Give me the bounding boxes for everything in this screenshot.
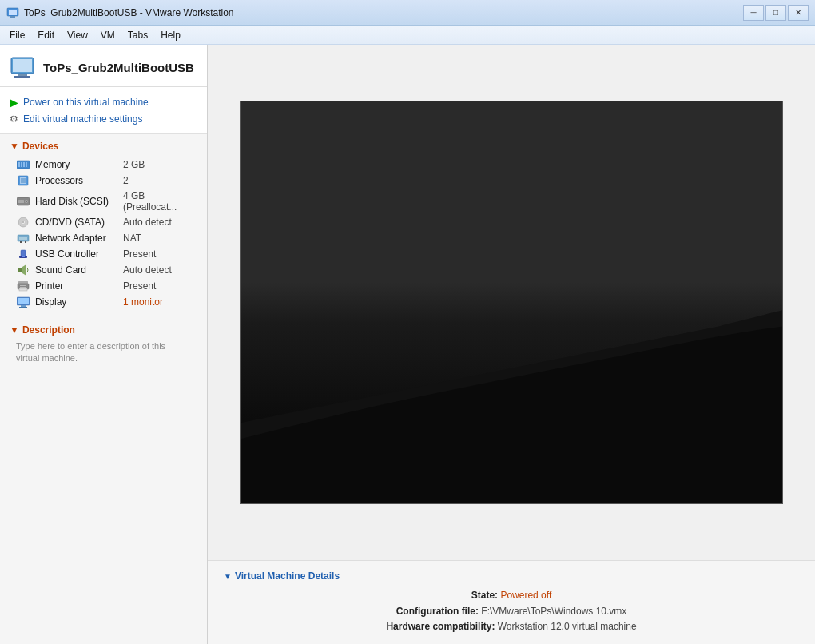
edit-settings-link[interactable]: ⚙ Edit virtual machine settings xyxy=(10,111,197,127)
network-adapter-icon xyxy=(16,232,30,244)
svg-rect-10 xyxy=(21,162,22,167)
title-bar: ToPs_Grub2MultiBootUSB - VMware Workstat… xyxy=(0,0,815,26)
vm-screen xyxy=(240,101,783,504)
menu-view[interactable]: View xyxy=(61,26,94,44)
title-bar-left: ToPs_Grub2MultiBootUSB - VMware Workstat… xyxy=(6,6,234,19)
settings-icon: ⚙ xyxy=(10,113,18,125)
power-on-label: Power on this virtual machine xyxy=(23,97,149,108)
printer-value: Present xyxy=(123,280,156,292)
printer-icon xyxy=(16,280,30,292)
svg-rect-19 xyxy=(18,200,24,203)
device-hard-disk[interactable]: Hard Disk (SCSI) 4 GB (Preallocat... xyxy=(0,189,207,214)
close-button[interactable]: ✕ xyxy=(788,5,809,21)
svg-rect-9 xyxy=(18,162,20,167)
menu-bar: File Edit View VM Tabs Help xyxy=(0,26,815,45)
device-cd-dvd[interactable]: CD/DVD (SATA) Auto detect xyxy=(0,214,207,230)
printer-name: Printer xyxy=(35,280,123,292)
vm-details-state-row: State: Powered off xyxy=(224,588,799,603)
sound-card-icon xyxy=(16,264,30,276)
description-toggle-icon: ▼ xyxy=(10,324,19,336)
processors-name: Processors xyxy=(35,175,123,186)
description-header[interactable]: ▼ Description xyxy=(10,318,197,337)
window-title: ToPs_Grub2MultiBootUSB - VMware Workstat… xyxy=(24,7,234,18)
svg-rect-36 xyxy=(19,288,27,291)
vm-details-toggle: ▼ xyxy=(224,572,232,581)
svg-rect-30 xyxy=(18,268,22,272)
svg-marker-31 xyxy=(22,264,26,276)
hard-disk-icon xyxy=(16,195,30,208)
state-value: Powered off xyxy=(500,590,551,601)
menu-vm[interactable]: VM xyxy=(94,26,121,44)
usb-controller-name: USB Controller xyxy=(35,248,123,260)
devices-toggle-icon: ▼ xyxy=(10,141,19,152)
edit-settings-label: Edit virtual machine settings xyxy=(23,113,142,125)
svg-rect-1 xyxy=(9,10,17,15)
config-label: Configuration file: xyxy=(396,606,479,617)
description-label: Description xyxy=(22,324,75,336)
hard-disk-value: 4 GB (Preallocat... xyxy=(123,190,194,213)
svg-rect-35 xyxy=(20,287,26,288)
svg-rect-26 xyxy=(25,241,26,243)
memory-value: 2 GB xyxy=(123,159,145,170)
svg-rect-15 xyxy=(21,178,26,183)
svg-rect-29 xyxy=(22,256,25,257)
svg-rect-25 xyxy=(20,241,22,243)
devices-section-header[interactable]: ▼ Devices xyxy=(0,134,207,155)
description-section: ▼ Description Type here to enter a descr… xyxy=(0,312,207,375)
device-processors[interactable]: Processors 2 xyxy=(0,173,207,189)
svg-rect-3 xyxy=(9,18,17,18)
device-sound-card[interactable]: Sound Card Auto detect xyxy=(0,262,207,278)
power-on-link[interactable]: ▶ Power on this virtual machine xyxy=(10,93,197,111)
main-content: ToPs_Grub2MultiBootUSB ▶ Power on this v… xyxy=(0,45,815,644)
svg-rect-27 xyxy=(21,250,26,256)
svg-rect-38 xyxy=(18,298,29,304)
devices-list: Memory 2 GB Processors 2 xyxy=(0,155,207,312)
vm-details-hardware-row: Hardware compatibility: Workstation 12.0… xyxy=(224,619,799,634)
device-memory[interactable]: Memory 2 GB xyxy=(0,157,207,173)
svg-point-22 xyxy=(22,221,24,223)
state-label: State: xyxy=(471,590,498,601)
display-name: Display xyxy=(35,296,123,308)
hardware-value: Workstation 12.0 virtual machine xyxy=(498,621,637,632)
device-display[interactable]: Display 1 monitor xyxy=(0,294,207,310)
vm-icon xyxy=(10,54,35,80)
svg-rect-40 xyxy=(19,307,27,308)
sound-card-value: Auto detect xyxy=(123,264,172,276)
description-placeholder[interactable]: Type here to enter a description of this… xyxy=(10,337,197,368)
devices-label: Devices xyxy=(22,141,58,152)
maximize-button[interactable]: □ xyxy=(765,5,786,21)
cd-dvd-icon xyxy=(16,216,30,229)
svg-rect-2 xyxy=(10,16,15,18)
svg-rect-24 xyxy=(19,237,27,240)
memory-icon xyxy=(16,158,30,171)
menu-help[interactable]: Help xyxy=(154,26,187,44)
app-icon xyxy=(6,6,19,19)
menu-file[interactable]: File xyxy=(3,26,31,44)
device-printer[interactable]: Printer Present xyxy=(0,278,207,294)
device-usb-controller[interactable]: USB Controller Present xyxy=(0,246,207,262)
menu-tabs[interactable]: Tabs xyxy=(121,26,154,44)
cd-dvd-name: CD/DVD (SATA) xyxy=(35,217,123,228)
usb-controller-value: Present xyxy=(123,248,156,260)
vm-details-config-row: Configuration file: F:\VMware\ToPs\Windo… xyxy=(224,604,799,619)
vm-details-header[interactable]: ▼ Virtual Machine Details xyxy=(224,570,799,582)
processors-icon xyxy=(16,174,30,187)
minimize-button[interactable]: ─ xyxy=(743,5,764,21)
window-controls: ─ □ ✕ xyxy=(743,5,809,21)
menu-edit[interactable]: Edit xyxy=(31,26,61,44)
svg-point-18 xyxy=(26,201,27,202)
actions-section: ▶ Power on this virtual machine ⚙ Edit v… xyxy=(0,87,207,134)
vm-screen-wave xyxy=(241,262,782,503)
network-adapter-value: NAT xyxy=(123,233,141,244)
svg-rect-11 xyxy=(23,162,25,167)
svg-rect-6 xyxy=(18,74,27,76)
svg-rect-5 xyxy=(13,59,32,72)
right-panel: ▼ Virtual Machine Details State: Powered… xyxy=(208,45,815,644)
processors-value: 2 xyxy=(123,175,129,186)
device-network-adapter[interactable]: Network Adapter NAT xyxy=(0,230,207,246)
cd-dvd-value: Auto detect xyxy=(123,217,172,228)
left-panel: ToPs_Grub2MultiBootUSB ▶ Power on this v… xyxy=(0,45,208,644)
hardware-label: Hardware compatibility: xyxy=(386,621,495,632)
sound-card-name: Sound Card xyxy=(35,264,123,276)
svg-rect-12 xyxy=(26,162,27,167)
